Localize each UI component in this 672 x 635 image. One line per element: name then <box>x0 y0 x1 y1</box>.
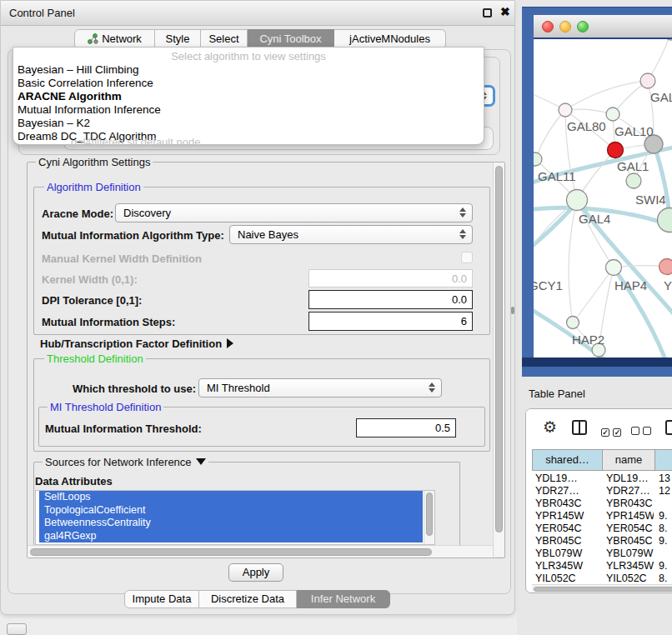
table-cell[interactable]: YPR145W <box>606 510 654 522</box>
attributes-scrollbar-thumb[interactable] <box>426 492 433 536</box>
table-icon[interactable] <box>665 420 672 435</box>
table-cell[interactable]: YBR043C <box>606 498 654 509</box>
gear-icon[interactable]: ⚙ <box>543 418 557 437</box>
table-cell[interactable]: YBL079W <box>535 548 601 559</box>
column-header-name[interactable]: name <box>603 449 655 471</box>
tab-infer-network[interactable]: Infer Network <box>297 590 390 608</box>
attributes-scrollbar[interactable] <box>424 491 434 545</box>
table-cell[interactable]: YBR045C <box>535 535 601 547</box>
splitpane-handle[interactable] <box>511 307 514 314</box>
dropdown-item[interactable]: ARACNE Algorithm <box>13 90 484 103</box>
table-cell[interactable]: 12 <box>659 485 672 497</box>
table-row[interactable]: YPR145WYPR145W9. <box>532 510 672 522</box>
table-cell[interactable]: YER054C <box>606 522 654 534</box>
table-cell[interactable]: 9. <box>659 560 672 572</box>
network-node[interactable] <box>606 108 619 121</box>
table-hscrollbar[interactable] <box>532 584 672 593</box>
table-cell[interactable]: YDL19… <box>535 472 601 484</box>
panel-grip-icon[interactable] <box>7 623 27 635</box>
table-cell[interactable]: YBR043C <box>535 498 601 509</box>
dropdown-item[interactable]: Mutual Information Inference <box>13 103 484 117</box>
which-threshold-combo[interactable]: MI Threshold <box>198 378 442 398</box>
network-node[interactable] <box>640 73 655 88</box>
control-panel-titlebar[interactable]: Control Panel ✖ <box>1 1 514 26</box>
algorithm-dropdown[interactable]: Select algorithm to view settings Bayesi… <box>13 47 484 145</box>
table-cell[interactable]: YDL19… <box>606 472 654 484</box>
table-cell[interactable]: YLR345W <box>606 560 654 572</box>
table-row[interactable]: YLR345WYLR345W9. <box>532 560 672 572</box>
select-all-icon[interactable]: ✓ ✓ <box>601 423 621 438</box>
network-node[interactable] <box>567 190 588 211</box>
network-node[interactable] <box>658 208 672 232</box>
attribute-list-item[interactable]: BetweennessCentrality <box>39 517 423 530</box>
settings-hscrollbar[interactable] <box>28 545 493 558</box>
mi-type-combo[interactable]: Naive Bayes <box>229 225 473 244</box>
dpi-tolerance-field[interactable]: 0.0 <box>308 290 473 309</box>
attribute-list-item[interactable]: TopologicalCoefficient <box>39 504 423 518</box>
table-row[interactable]: YBR045CYBR045C9. <box>532 535 672 548</box>
deselect-all-icon[interactable] <box>631 423 651 438</box>
aracne-mode-label: Aracne Mode: <box>42 208 113 220</box>
table-cell[interactable]: YER054C <box>535 522 601 534</box>
network-node[interactable] <box>626 173 641 188</box>
network-node[interactable] <box>559 103 572 117</box>
data-attributes-list[interactable]: SelfLoopsTopologicalCoefficientBetweenne… <box>35 490 435 545</box>
mi-steps-field[interactable]: 6 <box>308 312 473 331</box>
table-cell[interactable]: 8. <box>659 522 672 534</box>
network-node[interactable] <box>534 152 542 166</box>
network-node[interactable] <box>608 142 624 158</box>
network-node[interactable] <box>567 317 579 329</box>
network-window-titlebar[interactable] <box>534 15 672 39</box>
traffic-light-zoom-icon[interactable] <box>577 21 589 32</box>
close-icon[interactable]: ✖ <box>500 5 510 18</box>
table-row[interactable]: YIL052CYIL052C8. <box>532 572 672 584</box>
table-cell[interactable]: YIL052C <box>535 572 601 584</box>
table-cell[interactable]: 9. <box>659 535 672 547</box>
kernel-width-field[interactable]: 0.0 <box>308 269 473 288</box>
dropdown-item[interactable]: Basic Correlation Inference <box>13 77 484 90</box>
table-cell[interactable]: YBL079W <box>606 548 654 559</box>
split-view-icon[interactable] <box>572 420 587 435</box>
tab-impute-data[interactable]: Impute Data <box>124 590 199 608</box>
table-cell[interactable]: YDR27… <box>535 485 601 497</box>
network-node[interactable] <box>664 39 672 40</box>
hub-definition-toggle[interactable]: Hub/Transcription Factor Definition <box>40 338 233 350</box>
table-row[interactable]: YER054CYER054C8. <box>532 522 672 535</box>
column-header-shared[interactable]: shared… <box>532 449 603 471</box>
table-cell[interactable]: 9. <box>659 510 672 522</box>
tab-discretize-data[interactable]: Discretize Data <box>199 590 297 608</box>
table-row[interactable]: YDR27…YDR27…12 <box>532 485 672 498</box>
network-node[interactable] <box>606 260 622 276</box>
manual-kernel-checkbox[interactable] <box>461 252 473 263</box>
table-cell[interactable]: YPR145W <box>535 510 601 522</box>
network-node[interactable] <box>659 259 672 275</box>
table-cell[interactable]: 8. <box>659 572 672 584</box>
table-cell[interactable]: YBR045C <box>606 535 654 547</box>
traffic-light-close-icon[interactable] <box>542 21 554 32</box>
sources-title[interactable]: Sources for Network Inference <box>43 456 208 468</box>
settings-vscrollbar-thumb[interactable] <box>495 166 503 532</box>
table-row[interactable]: YBR043CYBR043C <box>532 498 672 510</box>
dropdown-item[interactable]: Bayesian – Hill Climbing <box>13 63 484 77</box>
mi-threshold-field[interactable]: 0.5 <box>356 418 456 438</box>
attribute-list-item[interactable]: SelfLoops <box>39 491 423 504</box>
table-cell[interactable]: YIL052C <box>606 572 654 584</box>
table-hscrollbar-thumb[interactable] <box>534 587 672 592</box>
table-row[interactable]: YDL19…YDL19…13 <box>532 472 672 485</box>
network-canvas[interactable]: GALGAL80GAL10GAL1GAL11SWI4GAL4GCY1HAP4YH… <box>534 39 672 358</box>
settings-vscrollbar[interactable] <box>493 162 504 557</box>
attribute-list-item[interactable]: gal4RGexp <box>39 530 423 543</box>
table-row[interactable]: YBL079WYBL079W <box>532 548 672 560</box>
traffic-light-minimize-icon[interactable] <box>559 21 571 32</box>
settings-hscrollbar-thumb[interactable] <box>30 548 432 556</box>
table-cell[interactable]: YDR27… <box>606 485 654 497</box>
float-window-icon[interactable] <box>483 8 492 18</box>
table-cell[interactable]: YLR345W <box>535 560 601 572</box>
collapse-arrow-icon <box>227 338 233 348</box>
apply-button[interactable]: Apply <box>228 563 283 582</box>
table-body[interactable]: YDL19…YDL19…13YDR27…YDR27…12YBR043CYBR04… <box>526 472 672 584</box>
aracne-mode-combo[interactable]: Discovery <box>115 203 473 222</box>
table-cell[interactable]: 13 <box>659 472 672 484</box>
dropdown-item[interactable]: Bayesian – K2 <box>13 117 484 130</box>
column-header-3[interactable]: A <box>655 449 672 471</box>
